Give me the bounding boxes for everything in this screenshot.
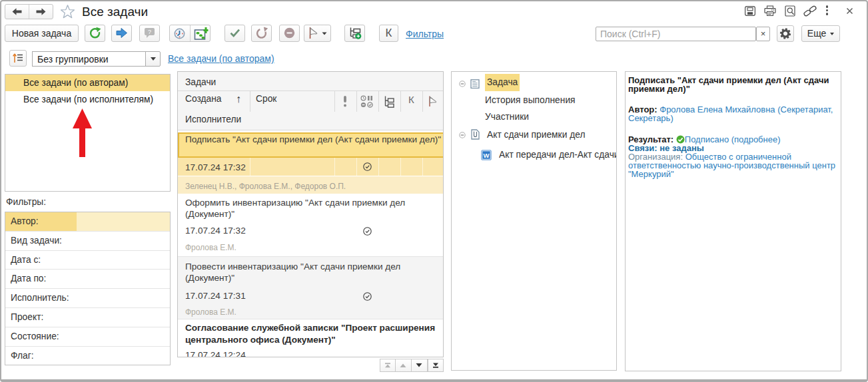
svg-text:W: W [484, 152, 490, 159]
svg-text:?: ? [148, 29, 151, 35]
